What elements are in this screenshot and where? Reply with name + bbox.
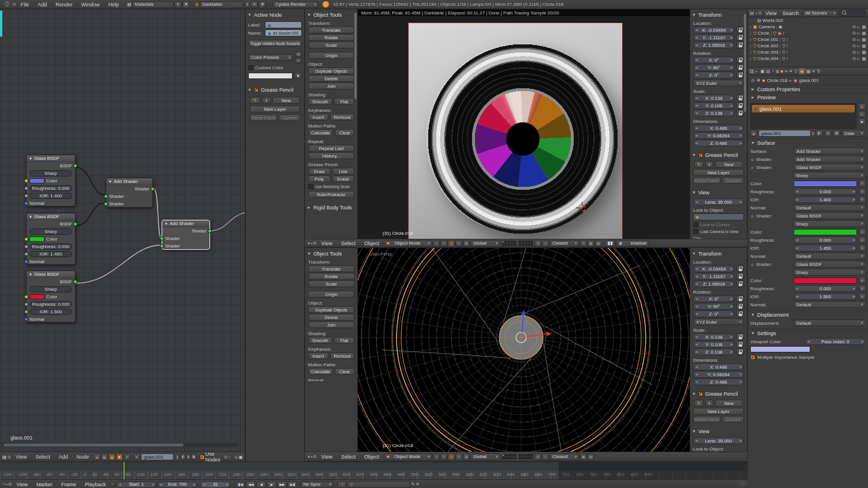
socket-default-button[interactable]: ● [859,180,866,187]
color-swatch[interactable] [29,237,44,242]
outliner-row-circle-004[interactable]: ○▽Circle.004|▽/⊙▻▦ [748,55,868,62]
smooth-button[interactable]: Smooth [308,98,332,105]
lock-rotation-z-icon[interactable] [736,310,744,317]
socket-default-button[interactable]: ● [859,285,866,292]
remove-keyframe-button[interactable]: Remove [330,114,354,121]
layers-widget-2[interactable] [519,454,533,459]
node-glass-bsdf-1[interactable]: ▼Glass BSDF BSDF Sharp Color Roughness: … [26,155,76,207]
rotation-y-field[interactable]: ◂Y: 90°▸ [693,64,735,71]
distribution-select[interactable]: Sharp [29,286,72,292]
menu-playback[interactable]: Playback [81,482,110,487]
region-resize-grip[interactable] [740,482,746,487]
output-socket[interactable] [73,222,77,226]
expand-icon[interactable]: ○ [750,32,752,35]
visibility-icon[interactable]: ⊙ [852,31,856,36]
scene-selector[interactable]: Darktable [200,1,244,8]
dimension-z-field[interactable]: ◂Z: 0.486▸ [693,378,744,385]
menu-view[interactable]: View [763,10,779,16]
lock-rotation-x-icon[interactable] [736,295,744,302]
snap-magnet-icon[interactable]: ∪ [542,453,549,460]
calculate-paths-button[interactable]: Calculate [308,368,333,375]
lock-rotation-x-icon[interactable] [736,57,744,63]
lock-scale-y-icon[interactable] [736,341,744,348]
sync-mode-selector[interactable]: No Sync▾ [300,481,334,488]
ior-field[interactable]: ◂1.400▸ [794,196,857,203]
delete-button[interactable]: Delete [308,75,354,82]
shader-input-socket-2[interactable] [104,202,108,206]
menu-search[interactable]: Search [780,10,802,16]
origin-button[interactable]: Origin [308,291,354,298]
normal-input-socket[interactable] [24,201,28,205]
header-options-icon[interactable]: ⊙ [313,241,317,246]
location-x-field[interactable]: ◂X: -0.03454▸ [693,265,735,272]
prev-keyframe-button[interactable]: ◀◀ [246,481,256,488]
settings-panel-header[interactable]: ▼Settings [748,329,868,337]
outliner-row-circle-003[interactable]: ○▽Circle.003|▽/⊙▻▦ [748,49,868,55]
grease-pencil-panel-header[interactable]: ▼✓Grease Pencil [692,151,745,159]
renderability-icon[interactable]: ▦ [862,43,866,48]
data-source-selector[interactable]: Data▾ [841,130,866,137]
insert-keyframe-icon[interactable]: ✎ [411,482,415,487]
view-panel-header[interactable]: ▼View [692,427,745,435]
add-preset-button[interactable]: + [295,51,302,57]
rigid-body-tools-header[interactable]: ►Rigid Body Tools [307,204,356,211]
snap-element-selector[interactable]: Closest▾ [549,240,579,247]
n-panel-scrollbar[interactable] [744,14,746,112]
flat-button[interactable]: Flat [334,98,354,105]
breadcrumb-object[interactable]: Circle.018 [767,78,788,83]
menu-render[interactable]: Render [51,2,77,7]
header-options-icon[interactable]: ⊙ [313,454,317,459]
scale-y-field[interactable]: ◂Y: 0.106▸ [693,341,735,348]
unlink-material-button[interactable]: ✕ [833,130,840,137]
renderability-icon[interactable]: ▦ [862,31,866,36]
browse-material-button[interactable]: ◉ [750,130,757,137]
gp-line-button[interactable]: Line [332,168,355,175]
socket-default-button[interactable]: ● [859,228,866,235]
wireframe-viewport[interactable]: User Persp (31) Circle.018 [358,248,690,452]
tab-render-layers[interactable]: ▤ [766,69,770,74]
clear-paths-button[interactable]: Clear [335,129,354,136]
lock-location-z-icon[interactable] [736,280,744,287]
menu-select[interactable]: Select [337,241,360,246]
selectability-icon[interactable]: ▻ [857,56,860,61]
layers-widget-2[interactable] [519,241,533,246]
tab-physics[interactable]: ↻ [817,69,821,74]
menu-window[interactable]: Window [77,2,104,7]
gp-new-button[interactable]: New [272,97,300,104]
node-collapse-icon[interactable]: ▼ [29,215,32,219]
transform-orientation-selector[interactable]: Global▾ [470,240,500,247]
rotation-mode-selector[interactable]: XYZ Euler▾ [693,318,744,325]
lock-to-cursor-checkbox[interactable] [693,222,698,227]
outliner-row-circle-002[interactable]: ○▽Circle.002|▽/⊙▻▦ [748,43,868,49]
gp-new-button[interactable]: New [715,161,743,168]
lock-scale-x-icon[interactable] [736,333,744,340]
viewport-editor-type-icon[interactable]: ◑ [307,241,310,246]
dimension-z-field[interactable]: ◂Z: 0.486▸ [693,140,744,147]
layers-widget[interactable] [502,454,516,459]
location-z-field[interactable]: ◂Z: 1.05916▸ [693,42,735,48]
shader-selector[interactable]: Add Shader▾ [794,156,866,163]
outliner-row-world[interactable]: ◍World.002 [748,17,868,24]
proportional-edit-icon[interactable]: ✎ [580,240,587,247]
custom-properties-panel-header[interactable]: ►Custom Properties [748,85,868,93]
node-collapse-icon[interactable]: ▼ [29,157,32,160]
node-add-shader-2-selected[interactable]: ▼Add Shader Shader Shader Shader [162,220,210,250]
location-y-field[interactable]: ◂Y: -1.11167▸ [693,34,735,41]
add-scene-button[interactable]: + [250,1,258,8]
viewport-color-swatch[interactable] [750,346,810,352]
gp-add-button[interactable]: + [262,97,271,104]
socket-default-button[interactable]: ● [859,277,866,284]
menu-help[interactable]: Help [104,2,124,7]
duplicate-objects-button[interactable]: Duplicate Objects [308,67,354,74]
node-add-shader-1[interactable]: ▼Add Shader Shader Shader Shader [106,178,153,208]
manipulator-rotate-icon[interactable]: ↻ [455,240,462,247]
renderability-icon[interactable]: ▦ [862,37,866,42]
keying-set-field[interactable]: ⊙ [347,481,410,488]
node-label-input[interactable]: ▦ [265,21,302,28]
lock-location-y-icon[interactable] [736,273,744,280]
transform-panel-header[interactable]: ▼Transform [692,11,745,18]
selectability-icon[interactable]: ▻ [857,24,860,29]
visibility-icon[interactable]: ⊙ [852,43,856,48]
location-z-field[interactable]: ◂Z: 1.05916▸ [693,280,735,287]
scale-button[interactable]: Scale [308,280,354,287]
